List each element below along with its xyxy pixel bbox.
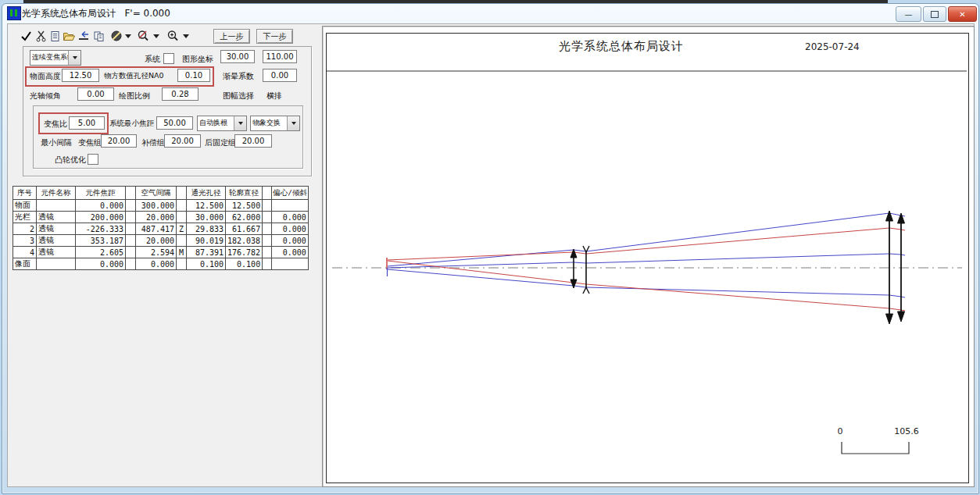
table-cell[interactable]: 20.000 xyxy=(136,235,177,247)
table-cell[interactable]: M xyxy=(177,247,187,258)
table-cell[interactable]: 2.605 xyxy=(76,247,126,258)
table-cell[interactable]: 90.019 xyxy=(187,235,226,247)
object-height-field[interactable] xyxy=(62,69,99,82)
table-cell[interactable]: 透镜 xyxy=(37,247,76,258)
graph-y-field[interactable] xyxy=(263,50,297,63)
root-mode-combobox[interactable]: 自动换根 xyxy=(197,116,247,131)
table-cell[interactable]: 像面 xyxy=(13,258,37,270)
table-cell[interactable] xyxy=(177,212,187,223)
cam-opt-checkbox[interactable] xyxy=(88,154,98,165)
table-cell[interactable]: 300.000 xyxy=(136,200,177,212)
restore-button[interactable] xyxy=(923,6,946,22)
table-cell[interactable] xyxy=(37,200,76,212)
vignetting-field[interactable] xyxy=(263,69,297,82)
prev-step-button[interactable]: 上一步 xyxy=(213,29,250,44)
table-cell[interactable]: 12.500 xyxy=(187,200,226,212)
zoom-group-field[interactable] xyxy=(101,134,137,148)
table-cell[interactable]: 29.833 xyxy=(187,223,226,235)
confirm-icon[interactable] xyxy=(20,30,33,42)
table-cell[interactable] xyxy=(177,200,187,212)
close-button[interactable]: ✕ xyxy=(948,6,977,22)
table-cell[interactable] xyxy=(263,247,272,258)
table-cell[interactable]: 物面 xyxy=(13,200,37,212)
table-cell[interactable] xyxy=(177,235,187,247)
fixed-group-field[interactable] xyxy=(234,134,272,148)
table-cell[interactable]: 0.000 xyxy=(272,247,309,258)
table-cell[interactable] xyxy=(263,212,272,223)
swap-mode-combobox[interactable]: 物象交换 xyxy=(250,116,300,131)
table-cell[interactable]: 61.667 xyxy=(226,223,263,235)
chevron-down-icon[interactable] xyxy=(234,116,246,130)
table-cell[interactable]: 353.187 xyxy=(76,235,126,247)
zoom-off-dropdown-icon[interactable] xyxy=(153,34,159,38)
table-cell[interactable] xyxy=(177,258,187,270)
table-cell[interactable] xyxy=(126,235,136,247)
chevron-down-icon[interactable] xyxy=(287,116,299,130)
table-cell[interactable] xyxy=(126,258,136,270)
table-cell[interactable]: 30.000 xyxy=(187,212,226,223)
table-cell[interactable]: 0.000 xyxy=(272,212,309,223)
document-icon[interactable] xyxy=(48,30,62,42)
table-cell[interactable] xyxy=(272,258,309,270)
zoom-off-icon[interactable] xyxy=(136,30,149,42)
table-cell[interactable]: 0.100 xyxy=(187,258,226,270)
min-focal-field[interactable] xyxy=(156,116,193,130)
table-cell[interactable]: 3 xyxy=(13,235,37,247)
table-cell[interactable]: Z xyxy=(177,223,187,235)
copy-icon[interactable] xyxy=(92,30,106,42)
chevron-down-icon[interactable] xyxy=(68,51,80,65)
table-cell[interactable]: 2.594 xyxy=(136,247,177,258)
table-cell[interactable]: 62.000 xyxy=(226,212,263,223)
axis-tilt-field[interactable] xyxy=(77,87,114,101)
no-draw-dropdown-icon[interactable] xyxy=(125,34,131,38)
table-cell[interactable]: 0.000 xyxy=(76,258,126,270)
na-field[interactable] xyxy=(177,69,210,82)
table-cell[interactable] xyxy=(126,247,136,258)
close-icon: ✕ xyxy=(959,10,965,19)
table-cell[interactable]: 20.000 xyxy=(136,212,177,223)
table-cell[interactable]: 透镜 xyxy=(37,223,76,235)
table-cell[interactable]: 176.782 xyxy=(226,247,263,258)
table-cell[interactable] xyxy=(263,200,272,212)
table-cell[interactable] xyxy=(37,258,76,270)
table-cell[interactable]: 0.000 xyxy=(272,235,309,247)
table-cell[interactable]: 12.500 xyxy=(226,200,263,212)
zoom-ratio-field[interactable] xyxy=(69,116,105,130)
zoom-lens-positive xyxy=(570,249,577,288)
table-cell[interactable]: 4 xyxy=(13,247,37,258)
table-cell[interactable]: 2 xyxy=(13,223,37,235)
table-cell[interactable] xyxy=(272,200,309,212)
no-draw-icon[interactable] xyxy=(109,30,123,42)
minimize-button[interactable]: — xyxy=(896,6,921,22)
table-cell[interactable] xyxy=(126,223,136,235)
system-checkbox[interactable] xyxy=(163,53,174,64)
draw-ratio-field[interactable] xyxy=(162,87,199,101)
table-cell[interactable]: 87.391 xyxy=(187,247,226,258)
table-cell[interactable]: 透镜 xyxy=(37,212,76,223)
next-step-button[interactable]: 下一步 xyxy=(256,29,293,44)
frame-mode-value[interactable]: 横排 xyxy=(266,91,282,101)
table-cell[interactable]: 透镜 xyxy=(37,235,76,247)
table-cell[interactable]: 200.000 xyxy=(76,212,126,223)
table-cell[interactable]: 182.038 xyxy=(226,235,263,247)
table-cell[interactable] xyxy=(263,258,272,270)
cut-icon[interactable] xyxy=(34,30,48,42)
graph-x-field[interactable] xyxy=(220,50,255,63)
zoom-in-dropdown-icon[interactable] xyxy=(183,34,189,38)
open-folder-icon[interactable] xyxy=(63,30,76,42)
table-cell[interactable]: 0.000 xyxy=(136,258,177,270)
table-cell[interactable] xyxy=(126,212,136,223)
comp-group-field[interactable] xyxy=(164,134,201,148)
table-cell[interactable]: -226.333 xyxy=(76,223,126,235)
table-cell[interactable]: 0.000 xyxy=(272,223,309,235)
table-cell[interactable] xyxy=(263,235,272,247)
table-cell[interactable] xyxy=(126,200,136,212)
system-type-combobox[interactable]: 连续变焦系统 xyxy=(30,50,81,66)
table-cell[interactable]: 487.417 xyxy=(136,223,177,235)
insert-icon[interactable] xyxy=(77,30,90,42)
table-cell[interactable]: 0.000 xyxy=(76,200,126,212)
table-cell[interactable]: 光栏 xyxy=(13,212,37,223)
table-cell[interactable] xyxy=(263,223,272,235)
table-cell[interactable]: 0.100 xyxy=(226,258,263,270)
zoom-in-icon[interactable] xyxy=(166,30,179,42)
